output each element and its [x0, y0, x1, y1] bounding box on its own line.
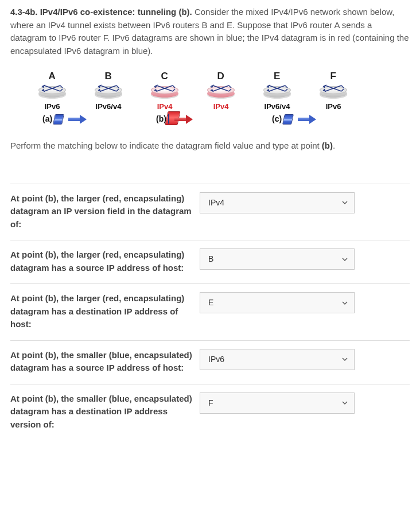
- router-icon: [263, 85, 291, 100]
- router-icon: [95, 85, 122, 100]
- router-E: EIPv6/v4: [249, 69, 305, 112]
- router-type: IPv6: [45, 101, 60, 112]
- router-A: AIPv6: [24, 69, 80, 112]
- annotation-c-label: (c): [272, 113, 282, 125]
- answer-value: IPv6: [208, 353, 224, 366]
- question-row: At point (b), the smaller (blue, encapsu…: [10, 340, 410, 384]
- datagram-blue-icon: [282, 114, 294, 125]
- router-label: C: [161, 69, 169, 84]
- answer-value: F: [208, 397, 213, 409]
- datagram-blue-icon: [53, 114, 64, 125]
- answer-select[interactable]: IPv6: [200, 349, 355, 370]
- chevron-down-icon: [341, 300, 348, 306]
- question-list: At point (b), the larger (red, encapsula…: [10, 184, 410, 441]
- chevron-down-icon: [341, 256, 348, 263]
- router-type: IPv4: [157, 101, 173, 112]
- answer-value: IPv4: [208, 197, 224, 209]
- router-C: CIPv4: [137, 69, 193, 112]
- question-text: At point (b), the larger (red, encapsula…: [10, 292, 200, 331]
- router-icon: [38, 85, 66, 100]
- intro-lead: 4.3-4b. IPv4/IPv6 co-existence: tunnelin…: [10, 7, 192, 17]
- chevron-down-icon: [341, 356, 348, 363]
- answer-select[interactable]: E: [200, 292, 355, 313]
- intro-paragraph: 4.3-4b. IPv4/IPv6 co-existence: tunnelin…: [10, 6, 410, 57]
- answer-select[interactable]: IPv4: [200, 192, 355, 213]
- answer-select[interactable]: B: [200, 248, 355, 270]
- arrow-icon: [298, 116, 317, 123]
- router-type: IPv4: [213, 101, 229, 112]
- question-row: At point (b), the smaller (blue, encapsu…: [10, 384, 410, 441]
- arrow-red-icon: [174, 116, 194, 123]
- router-icon: [151, 85, 178, 100]
- arrow-icon: [68, 116, 88, 123]
- chevron-down-icon: [341, 199, 348, 206]
- router-label: D: [217, 69, 225, 84]
- router-label: A: [49, 69, 56, 84]
- router-icon: [207, 85, 235, 100]
- router-label: E: [274, 69, 281, 84]
- datagram-encapsulated-icon: [168, 113, 169, 125]
- router-B: BIPv6/v4: [80, 69, 137, 112]
- question-text: At point (b), the smaller (blue, encapsu…: [10, 392, 200, 432]
- router-icon: [320, 85, 347, 100]
- question-row: At point (b), the larger (red, encapsula…: [10, 240, 410, 283]
- router-type: IPv6: [326, 101, 341, 112]
- router-D: DIPv4: [193, 69, 249, 112]
- router-F: FIPv6: [305, 69, 361, 112]
- answer-value: B: [208, 253, 213, 265]
- instruction-text: Perform the matching below to indicate t…: [10, 139, 410, 153]
- question-text: At point (b), the larger (red, encapsula…: [10, 192, 200, 231]
- question-text: At point (b), the smaller (blue, encapsu…: [10, 349, 200, 375]
- annotation-a-label: (a): [42, 113, 52, 125]
- router-label: B: [105, 69, 112, 84]
- question-row: At point (b), the larger (red, encapsula…: [10, 184, 410, 240]
- diagram-annotations: (a) (b) (c): [24, 113, 410, 133]
- router-label: F: [330, 69, 337, 84]
- answer-value: E: [208, 297, 213, 309]
- question-text: At point (b), the larger (red, encapsula…: [10, 248, 200, 274]
- answer-select[interactable]: F: [200, 392, 355, 414]
- router-type: IPv6/v4: [265, 101, 290, 112]
- chevron-down-icon: [341, 399, 348, 406]
- question-row: At point (b), the larger (red, encapsula…: [10, 283, 410, 340]
- router-type: IPv6/v4: [96, 101, 122, 112]
- network-diagram: AIPv6BIPv6/v4CIPv4DIPv4EIPv6/v4FIPv6: [10, 65, 410, 112]
